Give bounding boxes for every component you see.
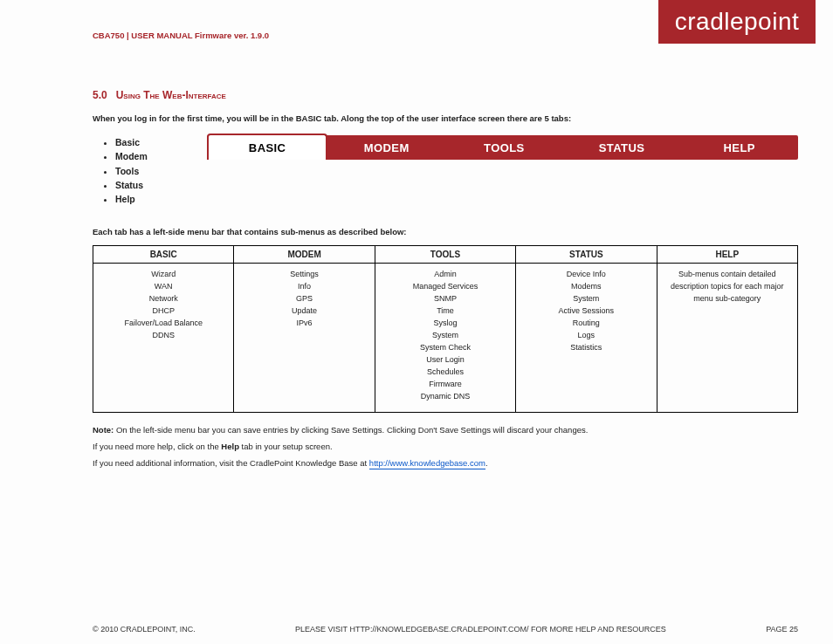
admin-tab-bar: BASIC MODEM TOOLS STATUS HELP bbox=[207, 135, 798, 160]
table-cell: Sub-menus contain detailed description t… bbox=[657, 264, 797, 412]
tab-basic[interactable]: BASIC bbox=[207, 134, 328, 160]
section-title-text: Using The Web-Interface bbox=[116, 89, 226, 101]
bullet-item: Modem bbox=[115, 149, 148, 163]
bullet-item: Help bbox=[115, 192, 148, 206]
col-header: MODEM bbox=[234, 246, 375, 264]
kb-link[interactable]: http://www.knowledgebase.com bbox=[369, 458, 485, 469]
doc-header-line: CBA750 | USER MANUAL Firmware ver. 1.9.0 bbox=[93, 31, 269, 40]
bullet-item: Tools bbox=[115, 164, 148, 178]
footer-copyright: © 2010 CRADLEPOINT, INC. bbox=[93, 625, 196, 634]
page-footer: © 2010 CRADLEPOINT, INC. PLEASE VISIT HT… bbox=[93, 625, 798, 634]
table-cell: Settings Info GPS Update IPv6 bbox=[234, 264, 375, 412]
note-knowledge-base: If you need additional information, visi… bbox=[93, 458, 798, 468]
tab-status[interactable]: STATUS bbox=[563, 135, 681, 160]
bullet-item: Status bbox=[115, 178, 148, 192]
tab-help[interactable]: HELP bbox=[680, 135, 798, 160]
col-header: TOOLS bbox=[375, 246, 515, 264]
table-cell: Admin Managed Services SNMP Time Syslog … bbox=[375, 264, 515, 412]
section-number: 5.0 bbox=[93, 89, 107, 101]
brand-logo: cradlepoint bbox=[658, 0, 816, 44]
footer-help-url: PLEASE VISIT HTTP://KNOWLEDGEBASE.CRADLE… bbox=[295, 625, 666, 634]
section-intro: When you log in for the first time, you … bbox=[93, 113, 798, 123]
tab-name-bullets: Basic Modem Tools Status Help bbox=[93, 135, 148, 206]
notes-block: Note: On the left-side menu bar you can … bbox=[93, 425, 798, 468]
sidebar-note: Each tab has a left-side menu bar that c… bbox=[93, 227, 798, 236]
table-cell: Device Info Modems System Active Session… bbox=[516, 264, 657, 412]
tab-tools[interactable]: TOOLS bbox=[445, 135, 563, 160]
col-header: BASIC bbox=[93, 246, 234, 264]
submenu-table: BASIC MODEM TOOLS STATUS HELP Wizard WAN… bbox=[93, 245, 798, 412]
bullet-item: Basic bbox=[115, 135, 148, 149]
tab-modem[interactable]: MODEM bbox=[327, 135, 445, 160]
footer-page-num: PAGE 25 bbox=[766, 625, 798, 634]
note-save-settings: Note: On the left-side menu bar you can … bbox=[93, 425, 798, 435]
col-header: HELP bbox=[657, 246, 797, 264]
table-cell: Wizard WAN Network DHCP Failover/Load Ba… bbox=[93, 264, 234, 412]
section-heading: 5.0 Using The Web-Interface bbox=[93, 89, 798, 101]
col-header: STATUS bbox=[516, 246, 657, 264]
note-help-tab: If you need more help, click on the Help… bbox=[93, 442, 798, 451]
brand-logo-text: cradlepoint bbox=[675, 8, 799, 36]
